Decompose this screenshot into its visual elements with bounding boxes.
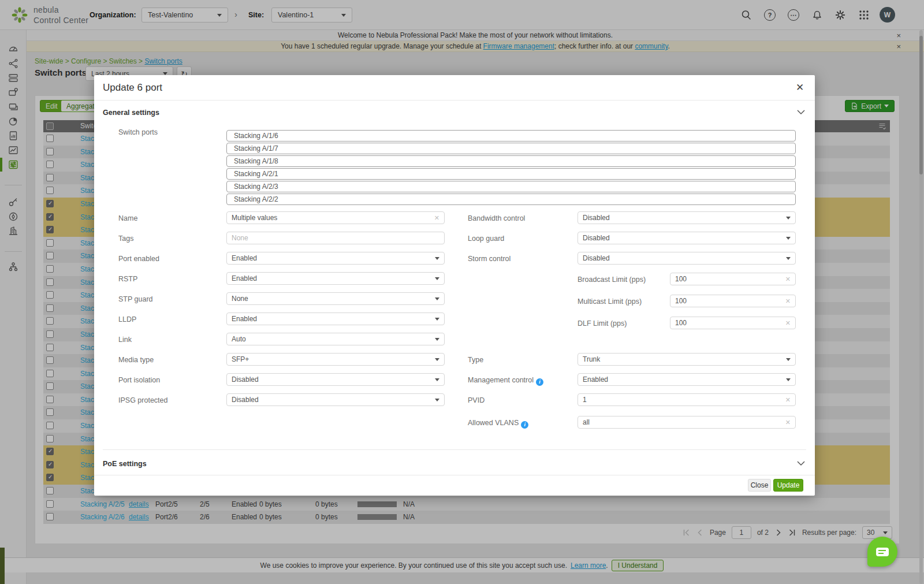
type-select[interactable]: Trunk bbox=[578, 353, 796, 366]
divider bbox=[94, 475, 815, 475]
chevron-down-icon bbox=[786, 378, 791, 381]
stp-guard-select[interactable]: None bbox=[226, 292, 445, 305]
clear-input-icon[interactable]: ✕ bbox=[434, 214, 439, 222]
modal-close-button[interactable]: Close bbox=[748, 479, 771, 492]
close-icon[interactable]: ✕ bbox=[793, 80, 807, 94]
stp-guard-label: STP guard bbox=[118, 295, 153, 303]
chevron-down-icon bbox=[786, 257, 791, 260]
chevron-down-icon bbox=[435, 358, 439, 361]
management-control-select[interactable]: Enabled bbox=[578, 373, 796, 386]
rstp-select[interactable]: Enabled bbox=[226, 272, 445, 285]
dlf-limit-pps-label: DLF Limit (pps) bbox=[578, 319, 627, 328]
clear-input-icon[interactable]: ✕ bbox=[785, 319, 791, 327]
name-input[interactable]: Multiple values✕ bbox=[226, 211, 445, 224]
port-isolation-label: Port isolation bbox=[118, 376, 160, 384]
rstp-label: RSTP bbox=[118, 275, 137, 283]
storm-control-select[interactable]: Disabled bbox=[578, 252, 796, 265]
chevron-down-icon bbox=[435, 378, 439, 381]
pvid-label: PVID bbox=[468, 396, 485, 404]
clear-input-icon[interactable]: ✕ bbox=[785, 419, 791, 426]
chat-icon bbox=[876, 548, 889, 556]
broadcast-limit-pps-input[interactable]: 100✕ bbox=[670, 273, 796, 285]
update-button[interactable]: Update bbox=[773, 479, 803, 492]
storm-control-label: Storm control bbox=[468, 255, 511, 263]
loop-guard-label: Loop guard bbox=[468, 235, 504, 243]
switch-port-chip: Stacking A/2/1 bbox=[226, 168, 796, 180]
general-settings-header[interactable]: General settings bbox=[103, 109, 159, 117]
name-label: Name bbox=[118, 214, 137, 222]
pvid-input[interactable]: 1✕ bbox=[578, 393, 796, 406]
divider bbox=[103, 449, 806, 450]
chevron-down-icon bbox=[786, 217, 791, 220]
clear-input-icon[interactable]: ✕ bbox=[785, 297, 791, 305]
ipsg-protected-select[interactable]: Disabled bbox=[226, 393, 445, 406]
chevron-down-icon bbox=[435, 338, 439, 341]
link-select[interactable]: Auto bbox=[226, 333, 445, 345]
chat-widget-button[interactable] bbox=[867, 537, 897, 567]
port-isolation-select[interactable]: Disabled bbox=[226, 373, 445, 386]
dlf-limit-pps-input[interactable]: 100✕ bbox=[670, 317, 796, 329]
bandwidth-control-select[interactable]: Disabled bbox=[578, 211, 796, 224]
lldp-select[interactable]: Enabled bbox=[226, 313, 445, 325]
allowed-vlans-input[interactable]: all✕ bbox=[578, 416, 796, 429]
chevron-down-icon bbox=[435, 297, 439, 300]
lldp-label: LLDP bbox=[118, 315, 136, 323]
switch-port-chip: Stacking A/1/6 bbox=[226, 130, 796, 142]
update-port-modal: Update 6 port ✕ General settings Switch … bbox=[94, 75, 815, 496]
switch-port-chip: Stacking A/1/8 bbox=[226, 155, 796, 167]
modal-title: Update 6 port bbox=[103, 82, 162, 94]
bandwidth-control-label: Bandwidth control bbox=[468, 214, 525, 222]
port-enabled-label: Port enabled bbox=[118, 255, 159, 263]
switch-port-chip: Stacking A/2/3 bbox=[226, 181, 796, 192]
chevron-down-icon bbox=[435, 277, 439, 280]
poe-settings-header[interactable]: PoE settings bbox=[103, 460, 147, 468]
chevron-down-icon bbox=[786, 358, 791, 361]
media-type-label: Media type bbox=[118, 356, 154, 364]
info-icon[interactable]: i bbox=[521, 421, 528, 429]
clear-input-icon[interactable]: ✕ bbox=[785, 396, 791, 404]
chevron-down-icon bbox=[435, 399, 439, 401]
type-label: Type bbox=[468, 356, 483, 364]
media-type-select[interactable]: SFP+ bbox=[226, 353, 445, 366]
multicast-limit-pps-input[interactable]: 100✕ bbox=[670, 295, 796, 307]
ipsg-protected-label: IPSG protected bbox=[118, 396, 167, 404]
collapse-poe-icon[interactable] bbox=[796, 460, 806, 466]
tags-label: Tags bbox=[118, 235, 133, 243]
switch-port-chip: Stacking A/2/2 bbox=[226, 194, 796, 205]
switch-port-chip: Stacking A/1/7 bbox=[226, 143, 796, 154]
chevron-down-icon bbox=[435, 257, 439, 260]
switch-ports-field-label: Switch ports bbox=[118, 128, 158, 136]
loop-guard-select[interactable]: Disabled bbox=[578, 232, 796, 244]
allowed-vlans-label: Allowed VLANSi bbox=[468, 419, 528, 429]
link-label: Link bbox=[118, 336, 132, 344]
port-enabled-select[interactable]: Enabled bbox=[226, 252, 445, 265]
divider bbox=[94, 100, 815, 101]
chevron-down-icon bbox=[435, 318, 439, 321]
collapse-general-icon[interactable] bbox=[796, 109, 806, 114]
clear-input-icon[interactable]: ✕ bbox=[785, 276, 791, 283]
management-control-label: Management controli bbox=[468, 376, 543, 386]
chevron-down-icon bbox=[786, 237, 791, 240]
tags-input[interactable]: None bbox=[226, 232, 445, 244]
multicast-limit-pps-label: Multicast Limit (pps) bbox=[578, 297, 642, 306]
broadcast-limit-pps-label: Broadcast Limit (pps) bbox=[578, 276, 646, 284]
info-icon[interactable]: i bbox=[536, 378, 543, 386]
